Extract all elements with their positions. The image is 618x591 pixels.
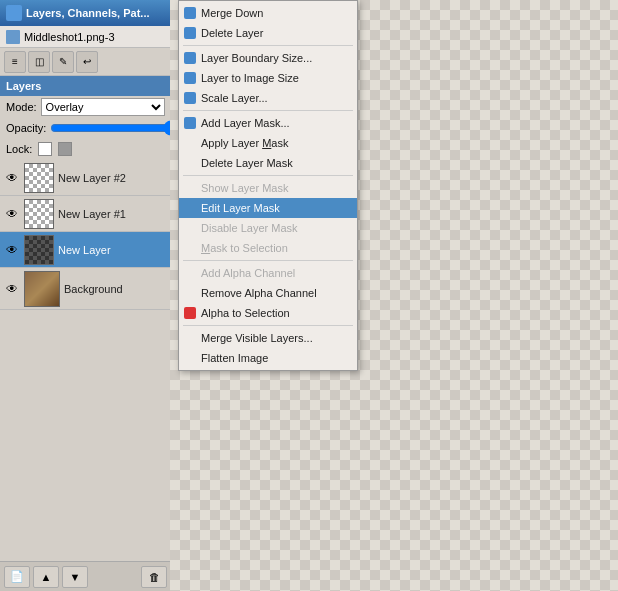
menu-item-merge-visible[interactable]: Merge Visible Layers... <box>179 328 357 348</box>
layers-panel: Layers, Channels, Pat... Middleshot1.png… <box>0 0 172 591</box>
panel-toolbar: ≡ ◫ ✎ ↩ <box>0 48 171 76</box>
context-menu: Merge Down Delete Layer Layer Boundary S… <box>178 0 358 371</box>
lock-position-check[interactable] <box>38 142 52 156</box>
layer-to-image-icon <box>183 71 197 85</box>
menu-label-layer-boundary: Layer Boundary Size... <box>201 52 312 64</box>
menu-label-show-layer-mask: Show Layer Mask <box>201 182 288 194</box>
menu-separator-1 <box>183 45 353 46</box>
file-icon <box>6 30 20 44</box>
layers-tab-btn[interactable]: ≡ <box>4 51 26 73</box>
mode-row: Mode: Overlay Normal Multiply Screen <box>0 96 171 118</box>
panel-title: Layers, Channels, Pat... <box>26 7 150 19</box>
layer-thumbnail <box>24 271 60 307</box>
menu-item-disable-layer-mask: Disable Layer Mask <box>179 218 357 238</box>
layer-thumbnail <box>24 163 54 193</box>
lock-alpha-check[interactable] <box>58 142 72 156</box>
menu-item-scale-layer[interactable]: Scale Layer... <box>179 88 357 108</box>
menu-item-show-layer-mask: Show Layer Mask <box>179 178 357 198</box>
layer-name: New Layer <box>58 244 111 256</box>
menu-label-edit-layer-mask: Edit Layer Mask <box>201 202 280 214</box>
layer-item[interactable]: 👁 New Layer #1 <box>0 196 171 232</box>
menu-label-merge-visible: Merge Visible Layers... <box>201 332 313 344</box>
scale-layer-icon <box>183 91 197 105</box>
channels-tab-btn[interactable]: ◫ <box>28 51 50 73</box>
menu-item-merge-down[interactable]: Merge Down <box>179 3 357 23</box>
alpha-to-selection-icon <box>183 306 197 320</box>
menu-separator-5 <box>183 325 353 326</box>
new-layer-button[interactable]: 📄 <box>4 566 30 588</box>
move-layer-up-button[interactable]: ▲ <box>33 566 59 588</box>
menu-label-merge-down: Merge Down <box>201 7 263 19</box>
mode-select[interactable]: Overlay Normal Multiply Screen <box>41 98 165 116</box>
opacity-row: Opacity: <box>0 118 171 138</box>
menu-label-scale-layer: Scale Layer... <box>201 92 268 104</box>
menu-item-delete-layer-mask[interactable]: Delete Layer Mask <box>179 153 357 173</box>
menu-label-add-alpha: Add Alpha Channel <box>201 267 295 279</box>
layers-section-label: Layers <box>0 76 171 96</box>
opacity-slider[interactable] <box>50 121 179 135</box>
mode-label: Mode: <box>6 101 37 113</box>
menu-label-mask-to-selection: Mask to Selection <box>201 242 288 254</box>
menu-item-alpha-to-selection[interactable]: Alpha to Selection <box>179 303 357 323</box>
delete-layer-button[interactable]: 🗑 <box>141 566 167 588</box>
menu-label-remove-alpha: Remove Alpha Channel <box>201 287 317 299</box>
layer-thumbnail <box>24 199 54 229</box>
layer-item[interactable]: 👁 Background <box>0 268 171 310</box>
panel-filename: Middleshot1.png-3 <box>24 31 115 43</box>
visibility-icon[interactable]: 👁 <box>4 206 20 222</box>
bottom-toolbar: 📄 ▲ ▼ 🗑 <box>0 561 171 591</box>
menu-item-layer-boundary[interactable]: Layer Boundary Size... <box>179 48 357 68</box>
menu-item-delete-layer[interactable]: Delete Layer <box>179 23 357 43</box>
lock-row: Lock: <box>0 138 171 160</box>
merge-down-icon <box>183 6 197 20</box>
menu-item-add-layer-mask[interactable]: Add Layer Mask... <box>179 113 357 133</box>
menu-item-flatten-image[interactable]: Flatten Image <box>179 348 357 368</box>
delete-layer-icon <box>183 26 197 40</box>
opacity-label: Opacity: <box>6 122 46 134</box>
menu-label-flatten-image: Flatten Image <box>201 352 268 364</box>
menu-label-disable-layer-mask: Disable Layer Mask <box>201 222 298 234</box>
layers-list: 👁 New Layer #2 👁 New Layer #1 👁 New Laye… <box>0 160 171 561</box>
menu-item-mask-to-selection: Mask to Selection <box>179 238 357 258</box>
layer-name: New Layer #1 <box>58 208 126 220</box>
layer-name: New Layer #2 <box>58 172 126 184</box>
lock-label: Lock: <box>6 143 32 155</box>
menu-label-delete-layer: Delete Layer <box>201 27 263 39</box>
menu-item-layer-to-image[interactable]: Layer to Image Size <box>179 68 357 88</box>
layer-item-selected[interactable]: 👁 New Layer <box>0 232 171 268</box>
menu-label-apply-layer-mask: Apply Layer Mask <box>201 137 288 149</box>
layer-thumbnail <box>24 235 54 265</box>
menu-label-add-layer-mask: Add Layer Mask... <box>201 117 290 129</box>
layer-boundary-icon <box>183 51 197 65</box>
visibility-icon[interactable]: 👁 <box>4 170 20 186</box>
menu-item-remove-alpha[interactable]: Remove Alpha Channel <box>179 283 357 303</box>
menu-item-edit-layer-mask[interactable]: Edit Layer Mask <box>179 198 357 218</box>
menu-separator-3 <box>183 175 353 176</box>
menu-label-layer-to-image: Layer to Image Size <box>201 72 299 84</box>
panel-filename-row: Middleshot1.png-3 <box>0 26 171 48</box>
undo-btn[interactable]: ↩ <box>76 51 98 73</box>
move-layer-down-button[interactable]: ▼ <box>62 566 88 588</box>
visibility-icon[interactable]: 👁 <box>4 281 20 297</box>
paths-tab-btn[interactable]: ✎ <box>52 51 74 73</box>
layer-name: Background <box>64 283 123 295</box>
panel-icon <box>6 5 22 21</box>
menu-item-add-alpha: Add Alpha Channel <box>179 263 357 283</box>
layer-item[interactable]: 👁 New Layer #2 <box>0 160 171 196</box>
menu-separator-4 <box>183 260 353 261</box>
menu-label-delete-layer-mask: Delete Layer Mask <box>201 157 293 169</box>
menu-separator-2 <box>183 110 353 111</box>
menu-label-alpha-to-selection: Alpha to Selection <box>201 307 290 319</box>
add-layer-mask-icon <box>183 116 197 130</box>
menu-item-apply-layer-mask[interactable]: Apply Layer Mask <box>179 133 357 153</box>
visibility-icon[interactable]: 👁 <box>4 242 20 258</box>
panel-titlebar: Layers, Channels, Pat... <box>0 0 171 26</box>
